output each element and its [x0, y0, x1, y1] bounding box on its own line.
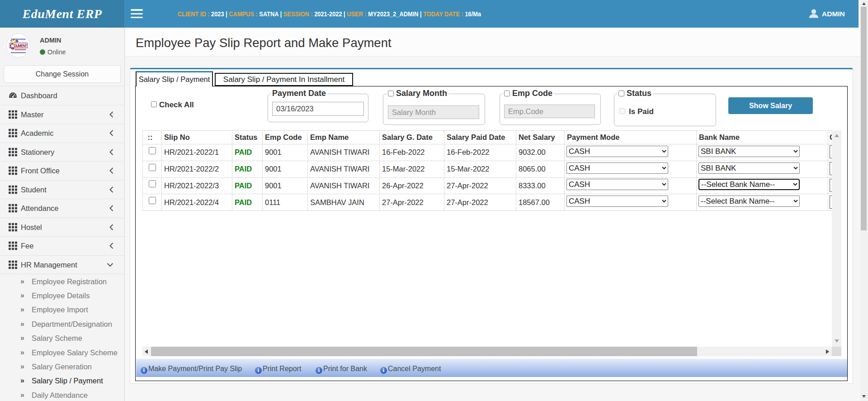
svg-text:DUMENT: DUMENT	[14, 44, 28, 48]
